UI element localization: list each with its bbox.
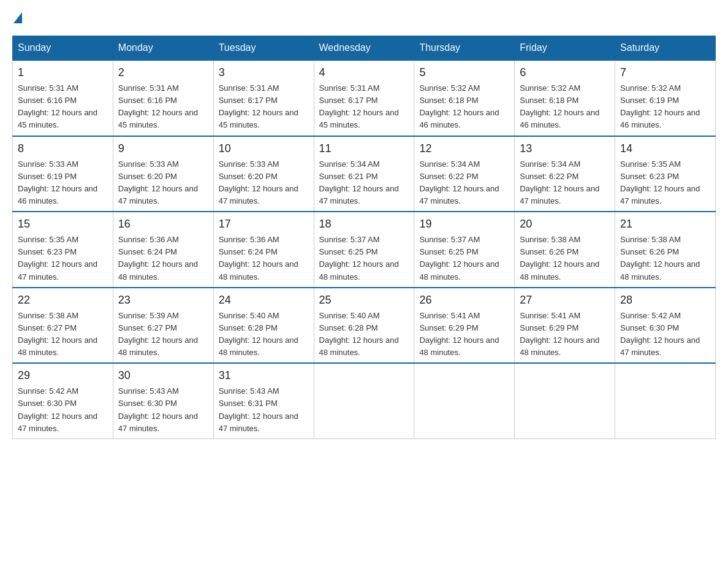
day-info: Sunrise: 5:33 AMSunset: 6:19 PMDaylight:…: [18, 159, 97, 205]
calendar-cell: 13 Sunrise: 5:34 AMSunset: 6:22 PMDaylig…: [515, 136, 615, 212]
week-row-5: 29 Sunrise: 5:42 AMSunset: 6:30 PMDaylig…: [13, 363, 716, 439]
calendar-cell: 12 Sunrise: 5:34 AMSunset: 6:22 PMDaylig…: [414, 136, 515, 212]
calendar-cell: 23 Sunrise: 5:39 AMSunset: 6:27 PMDaylig…: [113, 288, 213, 364]
calendar-cell: 30 Sunrise: 5:43 AMSunset: 6:30 PMDaylig…: [113, 363, 213, 439]
day-number: 8: [18, 140, 108, 157]
calendar-cell: 31 Sunrise: 5:43 AMSunset: 6:31 PMDaylig…: [213, 363, 314, 439]
day-info: Sunrise: 5:31 AMSunset: 6:17 PMDaylight:…: [219, 83, 298, 129]
day-number: 23: [118, 292, 208, 308]
day-number: 17: [219, 216, 309, 232]
day-info: Sunrise: 5:38 AMSunset: 6:26 PMDaylight:…: [520, 235, 599, 281]
calendar-cell: 6 Sunrise: 5:32 AMSunset: 6:18 PMDayligh…: [515, 60, 615, 136]
day-number: 3: [219, 64, 309, 81]
day-number: 19: [419, 216, 509, 232]
day-info: Sunrise: 5:40 AMSunset: 6:28 PMDaylight:…: [219, 311, 298, 357]
calendar-cell: 19 Sunrise: 5:37 AMSunset: 6:25 PMDaylig…: [414, 212, 515, 288]
calendar-cell: 21 Sunrise: 5:38 AMSunset: 6:26 PMDaylig…: [615, 212, 716, 288]
day-number: 5: [419, 64, 509, 81]
day-number: 16: [118, 216, 208, 232]
day-info: Sunrise: 5:33 AMSunset: 6:20 PMDaylight:…: [219, 159, 298, 205]
day-number: 9: [118, 140, 208, 157]
day-number: 7: [620, 64, 710, 81]
calendar-cell: 3 Sunrise: 5:31 AMSunset: 6:17 PMDayligh…: [213, 60, 314, 136]
calendar-cell: 1 Sunrise: 5:31 AMSunset: 6:16 PMDayligh…: [13, 60, 113, 136]
calendar-cell: 8 Sunrise: 5:33 AMSunset: 6:19 PMDayligh…: [13, 136, 113, 212]
day-info: Sunrise: 5:39 AMSunset: 6:27 PMDaylight:…: [118, 311, 198, 357]
day-info: Sunrise: 5:36 AMSunset: 6:24 PMDaylight:…: [118, 235, 198, 281]
day-info: Sunrise: 5:42 AMSunset: 6:30 PMDaylight:…: [620, 311, 700, 357]
calendar-cell: 14 Sunrise: 5:35 AMSunset: 6:23 PMDaylig…: [615, 136, 716, 212]
day-number: 14: [620, 140, 710, 157]
day-number: 11: [319, 140, 409, 157]
header-thursday: Thursday: [414, 36, 515, 61]
calendar-cell: 7 Sunrise: 5:32 AMSunset: 6:19 PMDayligh…: [615, 60, 716, 136]
calendar-cell: 16 Sunrise: 5:36 AMSunset: 6:24 PMDaylig…: [113, 212, 213, 288]
day-info: Sunrise: 5:41 AMSunset: 6:29 PMDaylight:…: [419, 311, 499, 357]
day-info: Sunrise: 5:31 AMSunset: 6:16 PMDaylight:…: [118, 83, 198, 129]
calendar-cell: 26 Sunrise: 5:41 AMSunset: 6:29 PMDaylig…: [414, 288, 515, 364]
header-friday: Friday: [515, 36, 615, 61]
day-info: Sunrise: 5:38 AMSunset: 6:26 PMDaylight:…: [620, 235, 700, 281]
week-row-1: 1 Sunrise: 5:31 AMSunset: 6:16 PMDayligh…: [13, 60, 716, 136]
calendar-cell: 20 Sunrise: 5:38 AMSunset: 6:26 PMDaylig…: [515, 212, 615, 288]
header-monday: Monday: [113, 36, 213, 61]
header-tuesday: Tuesday: [213, 36, 314, 61]
day-number: 18: [319, 216, 409, 232]
day-info: Sunrise: 5:38 AMSunset: 6:27 PMDaylight:…: [18, 311, 97, 357]
day-info: Sunrise: 5:32 AMSunset: 6:18 PMDaylight:…: [419, 83, 499, 129]
header-saturday: Saturday: [615, 36, 716, 61]
day-number: 29: [18, 367, 108, 384]
day-number: 10: [219, 140, 309, 157]
day-info: Sunrise: 5:34 AMSunset: 6:22 PMDaylight:…: [419, 159, 499, 205]
day-info: Sunrise: 5:34 AMSunset: 6:22 PMDaylight:…: [520, 159, 599, 205]
day-info: Sunrise: 5:31 AMSunset: 6:17 PMDaylight:…: [319, 83, 399, 129]
calendar-table: SundayMondayTuesdayWednesdayThursdayFrid…: [12, 36, 716, 439]
header-sunday: Sunday: [13, 36, 113, 61]
logo-triangle-icon: [13, 12, 22, 23]
calendar-cell: 15 Sunrise: 5:35 AMSunset: 6:23 PMDaylig…: [13, 212, 113, 288]
calendar-cell: 17 Sunrise: 5:36 AMSunset: 6:24 PMDaylig…: [213, 212, 314, 288]
calendar-cell: 9 Sunrise: 5:33 AMSunset: 6:20 PMDayligh…: [113, 136, 213, 212]
day-info: Sunrise: 5:40 AMSunset: 6:28 PMDaylight:…: [319, 311, 399, 357]
day-number: 6: [520, 64, 610, 81]
day-number: 20: [520, 216, 610, 232]
day-info: Sunrise: 5:43 AMSunset: 6:31 PMDaylight:…: [219, 386, 298, 432]
day-number: 15: [18, 216, 108, 232]
day-info: Sunrise: 5:35 AMSunset: 6:23 PMDaylight:…: [18, 235, 97, 281]
calendar-cell: [515, 363, 615, 439]
day-info: Sunrise: 5:34 AMSunset: 6:21 PMDaylight:…: [319, 159, 399, 205]
week-row-4: 22 Sunrise: 5:38 AMSunset: 6:27 PMDaylig…: [13, 288, 716, 364]
calendar-cell: 18 Sunrise: 5:37 AMSunset: 6:25 PMDaylig…: [314, 212, 414, 288]
day-number: 13: [520, 140, 610, 157]
calendar-cell: 4 Sunrise: 5:31 AMSunset: 6:17 PMDayligh…: [314, 60, 414, 136]
calendar-cell: [414, 363, 515, 439]
day-info: Sunrise: 5:36 AMSunset: 6:24 PMDaylight:…: [219, 235, 298, 281]
calendar-cell: 5 Sunrise: 5:32 AMSunset: 6:18 PMDayligh…: [414, 60, 515, 136]
calendar-cell: 27 Sunrise: 5:41 AMSunset: 6:29 PMDaylig…: [515, 288, 615, 364]
day-number: 26: [419, 292, 509, 308]
day-number: 25: [319, 292, 409, 308]
day-info: Sunrise: 5:32 AMSunset: 6:19 PMDaylight:…: [620, 83, 700, 129]
calendar-header-row: SundayMondayTuesdayWednesdayThursdayFrid…: [13, 36, 716, 61]
page-header: [12, 12, 716, 23]
day-number: 22: [18, 292, 108, 308]
day-number: 30: [118, 367, 208, 384]
day-info: Sunrise: 5:41 AMSunset: 6:29 PMDaylight:…: [520, 311, 599, 357]
day-number: 2: [118, 64, 208, 81]
day-info: Sunrise: 5:32 AMSunset: 6:18 PMDaylight:…: [520, 83, 599, 129]
calendar-cell: 25 Sunrise: 5:40 AMSunset: 6:28 PMDaylig…: [314, 288, 414, 364]
calendar-cell: 22 Sunrise: 5:38 AMSunset: 6:27 PMDaylig…: [13, 288, 113, 364]
calendar-cell: 28 Sunrise: 5:42 AMSunset: 6:30 PMDaylig…: [615, 288, 716, 364]
day-number: 12: [419, 140, 509, 157]
day-number: 4: [319, 64, 409, 81]
day-info: Sunrise: 5:35 AMSunset: 6:23 PMDaylight:…: [620, 159, 700, 205]
calendar-cell: 24 Sunrise: 5:40 AMSunset: 6:28 PMDaylig…: [213, 288, 314, 364]
calendar-cell: 29 Sunrise: 5:42 AMSunset: 6:30 PMDaylig…: [13, 363, 113, 439]
calendar-cell: [314, 363, 414, 439]
day-info: Sunrise: 5:42 AMSunset: 6:30 PMDaylight:…: [18, 386, 97, 432]
day-info: Sunrise: 5:37 AMSunset: 6:25 PMDaylight:…: [419, 235, 499, 281]
week-row-3: 15 Sunrise: 5:35 AMSunset: 6:23 PMDaylig…: [13, 212, 716, 288]
calendar-cell: 11 Sunrise: 5:34 AMSunset: 6:21 PMDaylig…: [314, 136, 414, 212]
day-number: 24: [219, 292, 309, 308]
day-info: Sunrise: 5:33 AMSunset: 6:20 PMDaylight:…: [118, 159, 198, 205]
